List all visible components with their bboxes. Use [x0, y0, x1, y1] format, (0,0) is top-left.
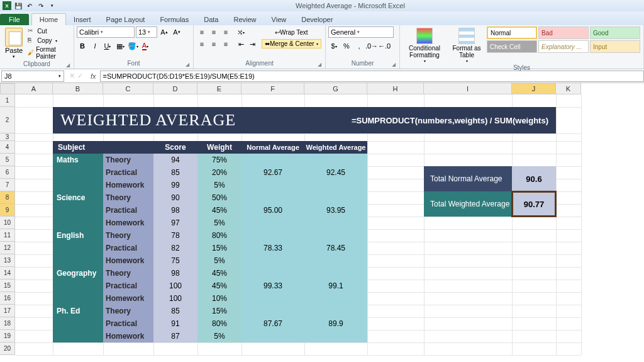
- tab-review[interactable]: Review: [226, 14, 264, 25]
- th-subject[interactable]: Subject: [53, 141, 153, 154]
- banner[interactable]: WEIGHTED AVERAGE=SUMPRODUCT(numbers,weig…: [53, 107, 556, 133]
- tab-insert[interactable]: Insert: [66, 14, 99, 25]
- currency-button[interactable]: $▾: [328, 40, 340, 52]
- cell-score-15[interactable]: 100: [153, 280, 197, 292]
- cell-score-18[interactable]: 91: [153, 317, 197, 330]
- cell-type-19[interactable]: Homework: [103, 330, 153, 342]
- tab-developer[interactable]: Developer: [294, 14, 340, 25]
- cell-type-16[interactable]: Homework: [103, 292, 153, 305]
- align-left-button[interactable]: ≡: [196, 38, 208, 50]
- select-all-corner[interactable]: [0, 83, 15, 94]
- cell-score-19[interactable]: 87: [153, 330, 197, 342]
- underline-button[interactable]: U▾: [102, 40, 113, 52]
- cell-type-14[interactable]: Theory: [103, 267, 153, 280]
- cell-score-7[interactable]: 99: [153, 179, 197, 191]
- cell-navg-8[interactable]: 95.00: [242, 191, 304, 229]
- row-header-19[interactable]: 19: [0, 330, 15, 342]
- row-header-4[interactable]: 4: [0, 141, 15, 154]
- align-right-button[interactable]: ≡: [220, 38, 231, 50]
- column-header-F[interactable]: F: [242, 83, 304, 94]
- th-weight[interactable]: Weight: [197, 141, 242, 154]
- cell-weight-7[interactable]: 5%: [197, 179, 242, 191]
- cell-score-12[interactable]: 82: [153, 242, 197, 254]
- row-header-18[interactable]: 18: [0, 317, 15, 330]
- comma-button[interactable]: ,: [353, 40, 365, 52]
- enter-icon[interactable]: ✓: [77, 72, 83, 80]
- font-size-combo[interactable]: 13▾: [136, 26, 157, 38]
- paste-button[interactable]: Paste ▾: [3, 26, 25, 60]
- merge-center-button[interactable]: ⬌ Merge & Center ▾: [262, 39, 321, 48]
- column-header-I[interactable]: I: [424, 83, 512, 94]
- row-header-5[interactable]: 5: [0, 154, 15, 166]
- cell-subject-7[interactable]: [53, 179, 103, 191]
- row-header-12[interactable]: 12: [0, 242, 15, 254]
- cell-score-17[interactable]: 85: [153, 305, 197, 317]
- row-header-9[interactable]: 9: [0, 204, 15, 217]
- qat-more-icon[interactable]: ▾: [48, 1, 57, 10]
- cell-wavg-17[interactable]: 89.9: [304, 305, 367, 342]
- cell-subject-9[interactable]: [53, 204, 103, 217]
- cell-weight-6[interactable]: 20%: [197, 166, 242, 179]
- cell-type-8[interactable]: Theory: [103, 191, 153, 204]
- summary-normal-value[interactable]: 90.6: [512, 166, 556, 191]
- style-explanatory[interactable]: Explanatory ...: [538, 40, 589, 53]
- cell-subject-14[interactable]: Geography: [53, 267, 103, 280]
- conditional-formatting-button[interactable]: Conditional Formatting▾: [402, 26, 447, 64]
- cell-score-9[interactable]: 98: [153, 204, 197, 217]
- undo-icon[interactable]: ↶: [25, 1, 34, 10]
- cell-wavg-14[interactable]: 99.1: [304, 267, 367, 305]
- style-bad[interactable]: Bad: [538, 26, 589, 39]
- row-header-14[interactable]: 14: [0, 267, 15, 280]
- cell-subject-11[interactable]: English: [53, 229, 103, 242]
- cell-score-10[interactable]: 97: [153, 217, 197, 229]
- fill-color-button[interactable]: 🪣▾: [127, 40, 138, 52]
- cell-score-6[interactable]: 85: [153, 166, 197, 179]
- cell-wavg-8[interactable]: 93.95: [304, 191, 367, 229]
- style-input[interactable]: Input: [590, 40, 640, 53]
- file-tab[interactable]: File: [0, 14, 29, 25]
- format-painter-button[interactable]: 🖌Format Painter: [26, 45, 71, 60]
- cell-type-9[interactable]: Practical: [103, 204, 153, 217]
- cell-subject-15[interactable]: [53, 280, 103, 292]
- cell-subject-8[interactable]: Science: [53, 191, 103, 204]
- row-header-15[interactable]: 15: [0, 280, 15, 292]
- formula-input[interactable]: =SUMPRODUCT(D5:D19*E5:E19)/SUM(E5:E19): [100, 71, 644, 82]
- cell-type-13[interactable]: Homework: [103, 254, 153, 267]
- copy-button[interactable]: ⎘Copy▾: [26, 36, 71, 45]
- tab-view[interactable]: View: [264, 14, 294, 25]
- th-score[interactable]: Score: [153, 141, 197, 154]
- border-button[interactable]: ▦▾: [114, 40, 126, 52]
- cell-subject-6[interactable]: [53, 166, 103, 179]
- tab-data[interactable]: Data: [196, 14, 226, 25]
- cell-weight-9[interactable]: 45%: [197, 204, 242, 217]
- cell-subject-10[interactable]: [53, 217, 103, 229]
- summary-weighted-label[interactable]: Total Weighted Average: [424, 191, 512, 217]
- column-header-G[interactable]: G: [304, 83, 367, 94]
- cell-score-8[interactable]: 90: [153, 191, 197, 204]
- column-header-H[interactable]: H: [367, 83, 424, 94]
- cell-subject-5[interactable]: Maths: [53, 154, 103, 166]
- cut-button[interactable]: ✂Cut: [26, 26, 71, 35]
- summary-normal-label[interactable]: Total Normal Average: [424, 166, 512, 191]
- cell-weight-15[interactable]: 45%: [197, 280, 242, 292]
- decrease-decimal-button[interactable]: ←.0: [379, 40, 390, 52]
- cell-navg-5[interactable]: 92.67: [242, 154, 304, 191]
- shrink-font-button[interactable]: A▾: [171, 26, 182, 38]
- percent-button[interactable]: %: [341, 40, 352, 52]
- cell-type-17[interactable]: Theory: [103, 305, 153, 317]
- dialog-launcher-icon[interactable]: ◢: [66, 62, 70, 68]
- cell-wavg-5[interactable]: 92.45: [304, 154, 367, 191]
- row-header-2[interactable]: 2: [0, 107, 15, 133]
- column-header-K[interactable]: K: [556, 83, 581, 94]
- column-header-A[interactable]: A: [15, 83, 53, 94]
- cell-subject-18[interactable]: [53, 317, 103, 330]
- format-as-table-button[interactable]: Format as Table▾: [448, 26, 486, 64]
- cell-score-13[interactable]: 75: [153, 254, 197, 267]
- cell-weight-17[interactable]: 15%: [197, 305, 242, 317]
- cell-type-6[interactable]: Practical: [103, 166, 153, 179]
- grow-font-button[interactable]: A▴: [158, 26, 170, 38]
- row-header-17[interactable]: 17: [0, 305, 15, 317]
- align-top-button[interactable]: ≡: [196, 26, 208, 38]
- cell-weight-12[interactable]: 15%: [197, 242, 242, 254]
- cell-weight-14[interactable]: 45%: [197, 267, 242, 280]
